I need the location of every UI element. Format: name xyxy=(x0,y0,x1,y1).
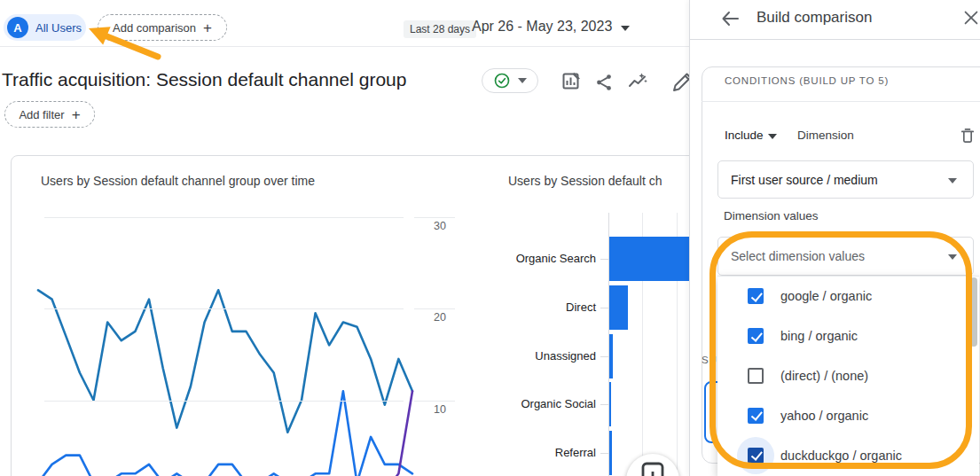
checkbox-checked-icon[interactable] xyxy=(748,408,764,424)
chevron-down-icon[interactable] xyxy=(768,134,777,139)
dimension-values-dropdown-list: google / organicbing / organic(direct) /… xyxy=(717,276,979,476)
checkbox-wrapper xyxy=(748,408,764,424)
divider xyxy=(702,101,980,102)
customize-report-icon xyxy=(561,71,582,92)
header-divider xyxy=(0,46,689,47)
dimension-value-label: yahoo / organic xyxy=(780,409,868,423)
close-icon[interactable] xyxy=(961,8,980,27)
share-icon xyxy=(594,73,614,92)
scrollbar-thumb[interactable] xyxy=(970,277,977,347)
checkbox-wrapper xyxy=(748,448,764,464)
checkbox-checked-icon[interactable] xyxy=(748,288,764,304)
back-arrow-icon[interactable] xyxy=(719,8,741,29)
chevron-down-icon xyxy=(518,78,527,83)
add-filter-button[interactable]: Add filter + xyxy=(4,101,95,128)
customize-report-button[interactable] xyxy=(560,70,583,93)
checkbox-checked-icon[interactable] xyxy=(748,328,764,344)
dimension-value-label: duckduckgo / organic xyxy=(780,449,902,463)
dimension-values-select[interactable]: Select dimension values xyxy=(717,237,974,276)
dimension-value-label: google / organic xyxy=(780,289,872,303)
summary-label-fragment: SU xyxy=(702,355,717,365)
insights-icon xyxy=(627,72,648,93)
check-circle-icon xyxy=(493,72,511,90)
dimension-value-label: (direct) / (none) xyxy=(780,369,868,383)
panel-title: Build comparison xyxy=(757,9,872,27)
ga4-report-page: A All Users Add comparison + Last 28 day… xyxy=(0,0,980,476)
share-button[interactable] xyxy=(592,71,615,94)
data-quality-pill[interactable] xyxy=(482,68,538,93)
checkbox-unchecked-icon[interactable] xyxy=(748,368,764,384)
date-preset-badge: Last 28 days xyxy=(404,20,476,38)
dimension-value-option[interactable]: duckduckgo / organic xyxy=(717,435,979,475)
plus-icon: + xyxy=(72,107,81,122)
chevron-down-icon xyxy=(948,178,957,183)
card-icon xyxy=(640,461,665,476)
dimension-select-value: First user source / medium xyxy=(731,173,878,187)
add-comparison-label: Add comparison xyxy=(113,21,196,35)
all-users-avatar: A xyxy=(7,17,28,38)
all-users-label: All Users xyxy=(35,21,82,35)
dimension-values-label: Dimension values xyxy=(724,209,819,222)
chevron-down-icon xyxy=(948,254,957,260)
dimension-label: Dimension xyxy=(797,129,854,142)
build-comparison-panel: Build comparison CONDITIONS (BUILD UP TO… xyxy=(689,0,980,476)
divider xyxy=(690,39,980,40)
charts-card xyxy=(11,155,770,476)
dimension-value-option[interactable]: (direct) / (none) xyxy=(717,356,979,396)
conditions-header: CONDITIONS (BUILD UP TO 5) xyxy=(725,75,889,86)
checkbox-wrapper xyxy=(748,368,764,384)
dimension-values-placeholder: Select dimension values xyxy=(731,249,865,263)
checkbox-checked-icon[interactable] xyxy=(748,448,764,464)
add-comparison-button[interactable]: Add comparison + xyxy=(98,14,227,41)
include-dropdown[interactable]: Include xyxy=(725,129,764,142)
dimension-value-label: bing / organic xyxy=(780,329,858,343)
dimension-value-option[interactable]: bing / organic xyxy=(717,316,979,356)
all-users-chip[interactable]: A All Users xyxy=(4,14,86,41)
add-filter-label: Add filter xyxy=(19,108,64,121)
plus-icon: + xyxy=(203,20,212,35)
date-range-selector[interactable]: Apr 26 - May 23, 2023 xyxy=(472,19,612,35)
dimension-value-option[interactable]: google / organic xyxy=(717,277,979,316)
checkbox-wrapper xyxy=(748,288,764,304)
chevron-down-icon[interactable] xyxy=(621,26,630,31)
page-title: Traffic acquisition: Session default cha… xyxy=(2,69,406,90)
dimension-select[interactable]: First user source / medium xyxy=(717,160,974,199)
checkbox-wrapper xyxy=(748,328,764,344)
insights-button[interactable] xyxy=(626,71,649,94)
trash-icon[interactable] xyxy=(959,127,976,144)
dimension-value-option[interactable]: yahoo / organic xyxy=(717,395,979,435)
